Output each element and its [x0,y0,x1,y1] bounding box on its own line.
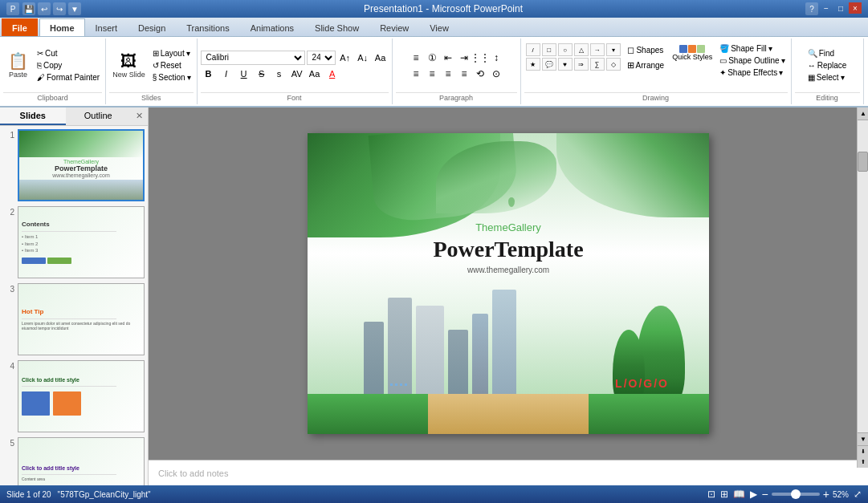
list-item[interactable]: 2 Contents • Item 1 • Item 2 • Item 3 [3,206,145,278]
line-spacing-btn[interactable]: ↕ [489,51,503,65]
decrease-indent-btn[interactable]: ⇤ [441,51,455,65]
tab-outline[interactable]: Outline [66,107,132,125]
slide-text-area[interactable]: ThemeGallery PowerTemplate www.themegall… [308,221,709,274]
section-button[interactable]: § Section ▾ [150,72,194,83]
slide-thumbnail[interactable]: Hot Tip Lorem ipsum dolor sit amet conse… [18,283,145,355]
tab-transitions[interactable]: Transitions [176,18,239,36]
view-slideshow-btn[interactable]: ▶ [750,489,757,500]
tab-file[interactable]: File [2,18,38,36]
tab-review[interactable]: Review [369,18,419,36]
shape-callout[interactable]: 💬 [542,58,556,71]
save-quick-btn[interactable]: 💾 [22,2,35,15]
scroll-up-btn[interactable]: ▲ [858,107,868,120]
close-btn[interactable]: × [849,2,862,14]
view-reading-btn[interactable]: 📖 [733,489,745,500]
cut-button[interactable]: ✂ Cut [35,48,102,59]
shape-rect[interactable]: □ [542,43,556,56]
slide-thumbnail[interactable]: ThemeGallery PowerTemplate www.themegall… [18,129,145,201]
shape-line[interactable]: / [526,43,540,56]
decrease-font-btn[interactable]: A↓ [355,51,371,65]
font-color-btn[interactable]: A [324,67,340,81]
zoom-handle[interactable] [791,489,801,499]
shape-star[interactable]: ★ [526,58,540,71]
strikethrough-btn[interactable]: S [254,67,270,81]
increase-font-btn[interactable]: A↑ [337,51,353,65]
shape-block-arrow[interactable]: ⇒ [574,58,589,71]
select-button[interactable]: ▦ Select ▾ [805,72,850,83]
columns-btn[interactable]: ⋮⋮ [473,51,487,65]
notes-area[interactable]: Click to add notes [149,460,868,485]
help-btn[interactable]: ? [805,2,818,15]
zoom-slider[interactable] [772,493,820,496]
scroll-next-slide-btn[interactable]: ⬇ [858,445,868,456]
slide-thumbnail[interactable]: Contents • Item 1 • Item 2 • Item 3 [18,206,145,278]
tab-slideshow[interactable]: Slide Show [304,18,369,36]
align-right-btn[interactable]: ≡ [441,67,455,81]
list-item[interactable]: 4 Click to add title style [3,360,145,432]
tab-insert[interactable]: Insert [85,18,128,36]
tab-slides[interactable]: Slides [0,107,66,125]
shape-oval[interactable]: ○ [558,43,573,56]
text-direction-btn[interactable]: ⟲ [473,67,487,81]
arrange-button[interactable]: ⊞ Arrange [624,59,668,72]
bullets-btn[interactable]: ≡ [409,51,423,65]
shape-arrow[interactable]: → [590,43,605,56]
restore-btn[interactable]: □ [834,2,847,14]
redo-quick-btn[interactable]: ↪ [53,2,66,15]
slide-thumbnail[interactable]: Click to add title style [18,360,145,432]
tab-home[interactable]: Home [39,18,85,36]
list-item[interactable]: 5 Click to add title style Content area [3,437,145,485]
shape-outline-button[interactable]: ▭ Shape Outline ▾ [717,55,787,66]
minimize-btn[interactable]: − [820,2,833,14]
increase-indent-btn[interactable]: ⇥ [457,51,471,65]
numbering-btn[interactable]: ① [425,51,439,65]
reset-button[interactable]: ↺ Reset [150,60,194,71]
view-normal-btn[interactable]: ⊡ [707,489,715,500]
align-left-btn[interactable]: ≡ [409,67,423,81]
tab-view[interactable]: View [419,18,459,36]
shape-more[interactable]: ▾ [606,43,621,56]
underline-btn[interactable]: U [236,67,252,81]
customize-quick-btn[interactable]: ▼ [68,2,81,15]
scroll-thumb[interactable] [858,152,868,172]
tab-design[interactable]: Design [128,18,176,36]
case-btn[interactable]: Aa [307,67,323,81]
shape-effects-button[interactable]: ✦ Shape Effects ▾ [717,67,787,78]
list-item[interactable]: 3 Hot Tip Lorem ipsum dolor sit amet con… [3,283,145,355]
replace-button[interactable]: ↔ Replace [805,60,850,71]
undo-quick-btn[interactable]: ↩ [38,2,51,15]
view-slide-sorter-btn[interactable]: ⊞ [720,489,728,500]
italic-btn[interactable]: I [218,67,234,81]
close-panel-btn[interactable]: ✕ [131,107,148,125]
shadow-btn[interactable]: s [271,67,287,81]
copy-button[interactable]: ⎘ Copy [35,60,102,71]
bold-btn[interactable]: B [201,67,217,81]
scroll-prev-slide-btn[interactable]: ⬆ [858,456,868,468]
font-name-select[interactable]: Calibri [201,51,305,65]
slide-logo[interactable]: L/O/G/O [615,377,669,390]
clear-format-btn[interactable]: Aa [373,51,389,65]
layout-button[interactable]: ⊞ Layout ▾ [150,48,194,59]
slide-content[interactable]: ThemeGallery PowerTemplate www.themegall… [308,133,709,434]
list-item[interactable]: 1 ThemeGallery PowerTemplate www.themega… [3,129,145,201]
quick-styles-button[interactable]: Quick Styles [669,43,715,63]
slide-thumbnail[interactable]: Click to add title style Content area [18,437,145,485]
paste-button[interactable]: 📋 Paste [3,51,33,80]
scroll-down-btn[interactable]: ▼ [858,432,868,445]
shape-heart[interactable]: ♥ [558,58,573,71]
format-painter-button[interactable]: 🖌 Format Painter [35,72,102,83]
shape-triangle[interactable]: △ [574,43,589,56]
find-button[interactable]: 🔍 Find [805,48,850,59]
justify-btn[interactable]: ≡ [457,67,471,81]
shape-fill-button[interactable]: 🪣 Shape Fill ▾ [717,43,787,54]
align-center-btn[interactable]: ≡ [425,67,439,81]
font-size-select[interactable]: 24 [307,51,336,65]
tab-animations[interactable]: Animations [240,18,304,36]
zoom-out-btn[interactable]: − [762,488,768,501]
convert-to-smartart-btn[interactable]: ⊙ [489,67,503,81]
zoom-in-btn[interactable]: + [823,488,829,501]
shape-equation[interactable]: ∑ [590,58,605,71]
new-slide-button[interactable]: 🖼 New Slide [109,51,149,80]
shapes-button[interactable]: ◻ Shapes [624,43,668,57]
char-spacing-btn[interactable]: AV [289,67,305,81]
